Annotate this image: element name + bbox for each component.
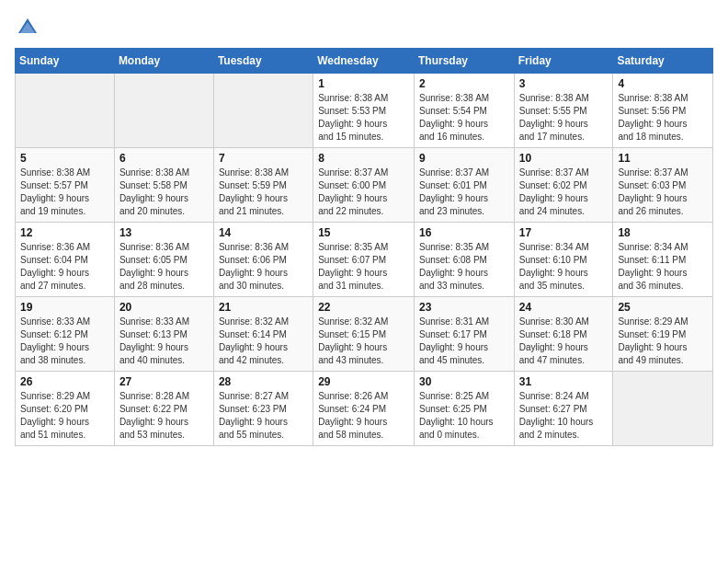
- day-number: 29: [318, 375, 409, 388]
- day-content: Sunrise: 8:38 AM Sunset: 5:53 PM Dayligh…: [318, 92, 409, 144]
- week-row-2: 5Sunrise: 8:38 AM Sunset: 5:57 PM Daylig…: [16, 148, 713, 223]
- weekday-header-sunday: Sunday: [16, 49, 115, 74]
- day-content: Sunrise: 8:37 AM Sunset: 6:02 PM Dayligh…: [519, 167, 609, 218]
- weekday-header-friday: Friday: [514, 49, 613, 74]
- day-content: Sunrise: 8:38 AM Sunset: 5:57 PM Dayligh…: [20, 167, 109, 218]
- day-content: Sunrise: 8:28 AM Sunset: 6:22 PM Dayligh…: [119, 390, 209, 442]
- day-cell: 15Sunrise: 8:35 AM Sunset: 6:07 PM Dayli…: [313, 223, 415, 297]
- day-number: 31: [519, 375, 609, 388]
- day-number: 12: [20, 226, 109, 239]
- day-content: Sunrise: 8:38 AM Sunset: 5:58 PM Dayligh…: [119, 167, 209, 218]
- day-content: Sunrise: 8:24 AM Sunset: 6:27 PM Dayligh…: [519, 390, 609, 442]
- day-content: Sunrise: 8:29 AM Sunset: 6:20 PM Dayligh…: [20, 390, 109, 442]
- page-header: [15, 15, 713, 40]
- day-cell: 16Sunrise: 8:35 AM Sunset: 6:08 PM Dayli…: [414, 223, 514, 297]
- day-content: Sunrise: 8:27 AM Sunset: 6:23 PM Dayligh…: [219, 390, 308, 442]
- day-number: 3: [519, 77, 609, 90]
- day-content: Sunrise: 8:37 AM Sunset: 6:03 PM Dayligh…: [618, 167, 708, 218]
- day-cell: 4Sunrise: 8:38 AM Sunset: 5:56 PM Daylig…: [613, 74, 713, 148]
- day-cell: [114, 74, 213, 148]
- day-number: 6: [119, 152, 209, 165]
- day-number: 16: [419, 226, 509, 239]
- day-cell: 8Sunrise: 8:37 AM Sunset: 6:00 PM Daylig…: [313, 148, 415, 223]
- day-content: Sunrise: 8:38 AM Sunset: 5:59 PM Dayligh…: [219, 167, 308, 218]
- day-number: 20: [119, 301, 209, 314]
- day-number: 4: [618, 77, 708, 90]
- week-row-3: 12Sunrise: 8:36 AM Sunset: 6:04 PM Dayli…: [16, 223, 713, 297]
- day-content: Sunrise: 8:33 AM Sunset: 6:12 PM Dayligh…: [20, 316, 109, 367]
- day-cell: [613, 372, 713, 446]
- day-cell: 11Sunrise: 8:37 AM Sunset: 6:03 PM Dayli…: [613, 148, 713, 223]
- day-number: 1: [318, 77, 409, 90]
- day-content: Sunrise: 8:26 AM Sunset: 6:24 PM Dayligh…: [318, 390, 409, 442]
- day-number: 28: [219, 375, 308, 388]
- weekday-header-thursday: Thursday: [414, 49, 514, 74]
- day-number: 17: [519, 226, 609, 239]
- day-content: Sunrise: 8:33 AM Sunset: 6:13 PM Dayligh…: [119, 316, 209, 367]
- day-number: 11: [618, 152, 708, 165]
- weekday-header-wednesday: Wednesday: [313, 49, 415, 74]
- day-content: Sunrise: 8:37 AM Sunset: 6:00 PM Dayligh…: [318, 167, 409, 218]
- day-cell: 18Sunrise: 8:34 AM Sunset: 6:11 PM Dayli…: [613, 223, 713, 297]
- day-number: 9: [419, 152, 509, 165]
- week-row-5: 26Sunrise: 8:29 AM Sunset: 6:20 PM Dayli…: [16, 372, 713, 446]
- day-cell: 1Sunrise: 8:38 AM Sunset: 5:53 PM Daylig…: [313, 74, 415, 148]
- week-row-4: 19Sunrise: 8:33 AM Sunset: 6:12 PM Dayli…: [16, 297, 713, 372]
- day-number: 2: [419, 77, 509, 90]
- day-content: Sunrise: 8:38 AM Sunset: 5:54 PM Dayligh…: [419, 92, 509, 144]
- day-cell: 23Sunrise: 8:31 AM Sunset: 6:17 PM Dayli…: [414, 297, 514, 372]
- day-cell: 20Sunrise: 8:33 AM Sunset: 6:13 PM Dayli…: [114, 297, 213, 372]
- day-number: 23: [419, 301, 509, 314]
- day-content: Sunrise: 8:38 AM Sunset: 5:56 PM Dayligh…: [618, 92, 708, 144]
- day-number: 30: [419, 375, 509, 388]
- day-content: Sunrise: 8:31 AM Sunset: 6:17 PM Dayligh…: [419, 316, 509, 367]
- day-number: 15: [318, 226, 409, 239]
- weekday-header-saturday: Saturday: [613, 49, 713, 74]
- day-content: Sunrise: 8:29 AM Sunset: 6:19 PM Dayligh…: [618, 316, 708, 367]
- day-cell: 14Sunrise: 8:36 AM Sunset: 6:06 PM Dayli…: [213, 223, 313, 297]
- day-content: Sunrise: 8:30 AM Sunset: 6:18 PM Dayligh…: [519, 316, 609, 367]
- day-number: 7: [219, 152, 308, 165]
- day-content: Sunrise: 8:36 AM Sunset: 6:06 PM Dayligh…: [219, 241, 308, 293]
- day-cell: 28Sunrise: 8:27 AM Sunset: 6:23 PM Dayli…: [213, 372, 313, 446]
- day-number: 25: [618, 301, 708, 314]
- day-cell: 24Sunrise: 8:30 AM Sunset: 6:18 PM Dayli…: [514, 297, 613, 372]
- day-cell: 22Sunrise: 8:32 AM Sunset: 6:15 PM Dayli…: [313, 297, 415, 372]
- calendar-table: SundayMondayTuesdayWednesdayThursdayFrid…: [15, 48, 713, 446]
- weekday-header-monday: Monday: [114, 49, 213, 74]
- day-content: Sunrise: 8:32 AM Sunset: 6:15 PM Dayligh…: [318, 316, 409, 367]
- day-number: 24: [519, 301, 609, 314]
- day-number: 13: [119, 226, 209, 239]
- week-row-1: 1Sunrise: 8:38 AM Sunset: 5:53 PM Daylig…: [16, 74, 713, 148]
- day-content: Sunrise: 8:35 AM Sunset: 6:07 PM Dayligh…: [318, 241, 409, 293]
- day-cell: 12Sunrise: 8:36 AM Sunset: 6:04 PM Dayli…: [16, 223, 115, 297]
- day-number: 5: [20, 152, 109, 165]
- day-number: 26: [20, 375, 109, 388]
- day-cell: 10Sunrise: 8:37 AM Sunset: 6:02 PM Dayli…: [514, 148, 613, 223]
- day-cell: 21Sunrise: 8:32 AM Sunset: 6:14 PM Dayli…: [213, 297, 313, 372]
- day-content: Sunrise: 8:36 AM Sunset: 6:04 PM Dayligh…: [20, 241, 109, 293]
- day-content: Sunrise: 8:34 AM Sunset: 6:11 PM Dayligh…: [618, 241, 708, 293]
- day-cell: 3Sunrise: 8:38 AM Sunset: 5:55 PM Daylig…: [514, 74, 613, 148]
- day-number: 19: [20, 301, 109, 314]
- weekday-header-tuesday: Tuesday: [213, 49, 313, 74]
- day-content: Sunrise: 8:34 AM Sunset: 6:10 PM Dayligh…: [519, 241, 609, 293]
- day-cell: 5Sunrise: 8:38 AM Sunset: 5:57 PM Daylig…: [16, 148, 115, 223]
- day-content: Sunrise: 8:25 AM Sunset: 6:25 PM Dayligh…: [419, 390, 509, 442]
- day-content: Sunrise: 8:32 AM Sunset: 6:14 PM Dayligh…: [219, 316, 308, 367]
- day-content: Sunrise: 8:38 AM Sunset: 5:55 PM Dayligh…: [519, 92, 609, 144]
- day-cell: [16, 74, 115, 148]
- day-cell: 26Sunrise: 8:29 AM Sunset: 6:20 PM Dayli…: [16, 372, 115, 446]
- day-cell: 6Sunrise: 8:38 AM Sunset: 5:58 PM Daylig…: [114, 148, 213, 223]
- day-number: 21: [219, 301, 308, 314]
- day-cell: 31Sunrise: 8:24 AM Sunset: 6:27 PM Dayli…: [514, 372, 613, 446]
- logo-icon: [15, 15, 40, 40]
- day-number: 14: [219, 226, 308, 239]
- day-number: 18: [618, 226, 708, 239]
- day-cell: 2Sunrise: 8:38 AM Sunset: 5:54 PM Daylig…: [414, 74, 514, 148]
- day-number: 10: [519, 152, 609, 165]
- weekday-header-row: SundayMondayTuesdayWednesdayThursdayFrid…: [16, 49, 713, 74]
- day-cell: 17Sunrise: 8:34 AM Sunset: 6:10 PM Dayli…: [514, 223, 613, 297]
- day-cell: 25Sunrise: 8:29 AM Sunset: 6:19 PM Dayli…: [613, 297, 713, 372]
- day-content: Sunrise: 8:36 AM Sunset: 6:05 PM Dayligh…: [119, 241, 209, 293]
